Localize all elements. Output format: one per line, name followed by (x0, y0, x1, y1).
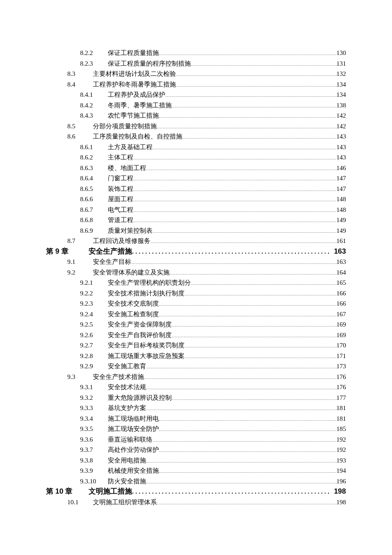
toc-entry: 9.3.10防火安全措施196 (80, 476, 346, 487)
toc-leader-dots (172, 320, 337, 327)
toc-entry-title: 安全施工教育 (108, 361, 146, 372)
toc-leader-dots (182, 132, 337, 139)
toc-leader-dots (133, 216, 337, 222)
toc-entry-title: 垂直运输和联络 (108, 434, 153, 445)
toc-leader-dots (132, 486, 334, 494)
toc-leader-dots (146, 164, 337, 170)
toc-entry: 9.3.8安全用电措施193 (80, 455, 346, 466)
toc-entry-title: 高处作业劳动保护 (108, 445, 159, 455)
toc-entry-page: 131 (337, 58, 346, 69)
toc-entry-page: 169 (337, 330, 346, 341)
toc-entry-title: 楼、地面工程 (108, 163, 146, 173)
toc-leader-dots (159, 425, 337, 431)
toc-entry-number: 9.3.8 (80, 455, 108, 466)
toc-entry-page: 185 (337, 424, 346, 434)
toc-entry-title: 安全管理体系的建立及实施 (93, 267, 170, 278)
toc-entry-title: 施工现场临时用电 (108, 413, 159, 424)
toc-entry: 9.2.8施工现场重大事故应急预案171 (80, 351, 346, 361)
toc-entry-number: 8.6.5 (80, 184, 108, 194)
toc-entry-page: 171 (337, 351, 346, 361)
toc-entry-number: 9.2.3 (80, 298, 108, 309)
toc-leader-dots (133, 195, 337, 201)
toc-entry-title: 安全生产措施 (89, 246, 132, 257)
toc-entry: 9.3.6垂直运输和联络192 (80, 434, 346, 445)
toc-leader-dots (191, 59, 337, 66)
toc-entry-page: 143 (337, 142, 346, 153)
toc-entry-title: 工程养护及成品保护 (108, 90, 165, 100)
toc-entry-page: 138 (337, 100, 346, 111)
toc-leader-dots (172, 101, 337, 107)
toc-entry: 第 10 章文明施工措施198 (46, 486, 346, 497)
toc-leader-dots (133, 153, 337, 159)
toc-entry-title: 工程养护和冬雨暑季施工措施 (93, 79, 176, 90)
toc-entry-title: 屋面工程 (108, 194, 133, 205)
toc-entry-page: 148 (337, 194, 346, 205)
toc-leader-dots (157, 122, 337, 128)
toc-entry-number: 9.2.6 (80, 330, 108, 341)
toc-entry-page: 165 (337, 278, 346, 288)
toc-entry-title: 冬雨季、暑季施工措施 (108, 100, 172, 111)
toc-entry-page: 193 (337, 455, 346, 466)
toc-entry-page: 149 (337, 225, 346, 236)
toc-entry-page: 132 (337, 69, 346, 79)
toc-entry-number: 8.2.2 (80, 48, 108, 58)
toc-entry-number: 10.1 (67, 497, 93, 508)
toc-entry: 9.1安全生产目标163 (67, 257, 346, 267)
toc-entry-page: 181 (337, 413, 346, 424)
toc-entry-page: 176 (337, 382, 346, 393)
toc-leader-dots (144, 373, 337, 379)
toc-entry: 第 9 章安全生产措施163 (46, 246, 346, 257)
toc-entry-number: 8.4.2 (80, 100, 108, 111)
toc-entry-title: 装饰工程 (108, 184, 133, 194)
toc-entry-title: 农忙季节施工措施 (108, 110, 159, 121)
toc-entry: 8.6.3楼、地面工程146 (80, 163, 346, 173)
toc-entry: 8.6.7电气工程148 (80, 205, 346, 215)
toc-entry-title: 主要材料进场计划及二次检验 (93, 69, 176, 79)
toc-entry: 8.6.5装饰工程147 (80, 184, 346, 194)
toc-leader-dots (184, 352, 337, 358)
toc-entry: 8.7工程回访及维修服务161 (67, 236, 346, 246)
toc-entry-number: 第 9 章 (46, 246, 89, 257)
toc-leader-dots (165, 90, 337, 97)
toc-entry-number: 9.3.3 (80, 403, 108, 413)
page: 8.2.2保证工程质量措施1308.2.3保证工程质量的程序控制措施1318.3… (0, 0, 392, 555)
toc-leader-dots (153, 143, 337, 149)
toc-entry-title: 安全生产资金保障制度 (108, 319, 172, 330)
toc-entry-number: 8.5 (67, 121, 93, 132)
toc-entry-page: 194 (337, 465, 346, 476)
toc-leader-dots (133, 205, 337, 212)
toc-entry-number: 8.6.7 (80, 205, 108, 215)
toc-entry: 9.2.2安全技术措施计划执行制度166 (80, 288, 346, 299)
toc-entry-page: 147 (337, 173, 346, 184)
toc-leader-dots (159, 49, 337, 55)
toc-leader-dots (146, 383, 337, 389)
toc-entry: 9.3.5施工现场安全防护185 (80, 424, 346, 434)
toc-entry: 9.2.7安全生产目标考核奖罚制度170 (80, 340, 346, 351)
toc-leader-dots (133, 174, 337, 180)
toc-entry-title: 质量对策控制表 (108, 225, 153, 236)
toc-leader-dots (184, 289, 337, 295)
toc-entry-number: 8.4.3 (80, 110, 108, 121)
toc-leader-dots (159, 466, 337, 473)
toc-entry: 8.6工序质量控制及自检、自控措施143 (67, 131, 346, 142)
toc-entry-number: 9.3.6 (80, 434, 108, 445)
toc-leader-dots (184, 341, 337, 347)
toc-entry-title: 保证工程质量的程序控制措施 (108, 58, 191, 69)
toc-entry: 9.3.9机械使用安全措施194 (80, 465, 346, 476)
toc-entry-title: 土方及基础工程 (108, 142, 153, 153)
toc-entry-title: 门窗工程 (108, 173, 133, 184)
toc-entry: 9.2.3安全技术交底制度166 (80, 298, 346, 309)
toc-entry-title: 机械使用安全措施 (108, 465, 159, 476)
toc-entry: 8.4.2冬雨季、暑季施工措施138 (80, 100, 346, 111)
toc-entry-title: 安全用电措施 (108, 455, 146, 466)
toc-entry: 9.2.1安全生产管理机构的职责划分165 (80, 278, 346, 288)
toc-leader-dots (159, 111, 337, 118)
toc-leader-dots (170, 268, 337, 275)
toc-entry-title: 防火安全措施 (108, 476, 146, 487)
toc-entry: 10.1文明施工组织管理体系198 (67, 497, 346, 508)
toc-entry-page: 177 (337, 393, 346, 403)
toc-entry-number: 8.6.1 (80, 142, 108, 153)
toc-entry: 9.3.2重大危险源辨识及控制177 (80, 393, 346, 403)
toc-entry-title: 分部分项质量控制措施 (93, 121, 157, 132)
toc-leader-dots (176, 80, 337, 87)
